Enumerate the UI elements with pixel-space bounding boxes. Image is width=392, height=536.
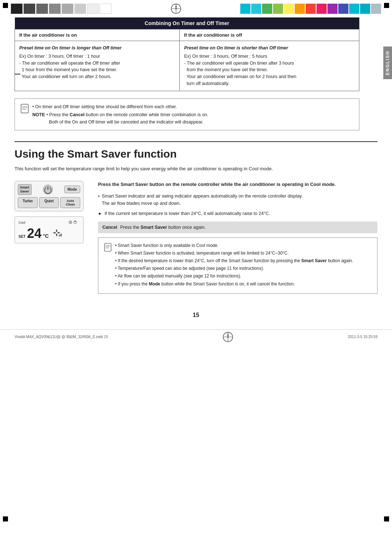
svg-marker-4 [175,5,177,8]
col1-example: Ex) On timer : 3 hours, Off timer : 1 ho… [19,54,100,59]
display-unit: °C [43,233,49,239]
col2-example: Ex) On timer : 3 hours, Off timer : 5 ho… [184,54,267,59]
color-block-right [349,4,359,14]
dash-mark [15,74,20,74]
turbo-btn: Turbo [18,197,38,208]
note-bullet-2-text: • Press the Cancel button on the remote … [46,111,208,126]
color-block [49,4,61,14]
display-icons [69,220,79,226]
display-panel-image: Cool SET 24 °C [15,216,83,243]
power-button-icon [43,184,53,195]
color-block [62,4,73,14]
color-block-right [262,4,272,14]
footer-right: 2011-3-5 15:25:59 [348,335,377,339]
corner-mark-tr [384,3,389,8]
svg-rect-18 [105,243,111,251]
smart-saver-remote-btn: SmartSaver [18,184,32,195]
color-block [87,4,99,14]
color-block-right [273,4,283,14]
note-box-timer: • On timer and Off timer setting time sh… [15,98,359,130]
smart-saver-content: SmartSaver Mode Turbo Quiet AutoClean [15,181,377,294]
note2-item-6: If you press the Mode button while the S… [115,281,353,288]
col2-bold-title: Preset time on On timer is shorter than … [184,45,355,52]
note2-item-4: Temperature/Fan speed can also be adjust… [115,265,353,272]
page-number-container: 15 [0,312,392,318]
svg-marker-26 [227,333,229,336]
bottom-bar: Vivaldi MAX_AQV09&12U@ @ IB&IM_32450A_E.… [0,329,392,344]
corner-mark-tl [3,3,8,8]
auto-clean-btn: AutoClean [60,197,80,208]
display-row: SET 24 °C [19,227,79,240]
color-block [11,4,23,14]
note2-item-3: If the desired temperature is lower than… [115,257,353,264]
color-block [36,4,48,14]
note-document-icon [21,104,29,114]
col1-header: If the air conditioner is on [15,29,180,41]
col2-content: Preset time on On timer is shorter than … [180,41,359,91]
compass-icon [171,4,181,14]
side-label: ENGLISH [383,46,392,79]
corner-mark-br [384,516,389,521]
color-block-right [251,4,261,14]
svg-rect-17 [61,234,62,236]
quiet-btn: Quiet [39,197,59,208]
display-icons-right [52,228,62,239]
arrow-sym: ► [98,210,102,217]
timer-header-cell: Combining On Timer and Off Timer [15,17,359,29]
timer-table: Combining On Timer and Off Timer If the … [15,17,359,91]
note-label-text: NOTE [32,111,45,126]
smart-saver-title: Using the Smart Saver function [15,148,377,160]
cool-label: Cool [19,221,25,224]
color-block-right [306,4,316,14]
note2-item-5: Air flow can be adjusted manually (see p… [115,273,353,280]
section-divider [15,141,377,142]
cancel-row: Cancel Press the Smart Saver button once… [98,222,377,233]
note-label: • On timer and Off timer setting time sh… [32,103,208,126]
svg-rect-16 [60,234,61,236]
instr-title: Press the Smart Saver button on the remo… [98,181,377,188]
instr-bullet-1: • Smart Saver indicator and air swing in… [98,192,377,207]
note-content: • On timer and Off timer setting time sh… [32,103,208,126]
note-bullet-1: • On timer and Off timer setting time sh… [32,103,208,110]
color-block-right [317,4,327,14]
color-block-right [327,4,338,14]
compass-icon-bottom [223,332,233,342]
remote-illustrations: SmartSaver Mode Turbo Quiet AutoClean [15,181,87,243]
instr-bullet-2-text: If the current set temperature is lower … [105,210,270,217]
col1-text: - The air conditioner will operate the O… [19,61,120,80]
cancel-label: Cancel [102,224,117,231]
display-temp: 24 [27,227,41,240]
color-block-right [295,4,305,14]
cancel-text: Press the Smart Saver button once again. [120,224,206,231]
bullet-sym-1: • [98,193,99,200]
note2-content: Smart Saver function is only available i… [115,242,353,288]
svg-rect-5 [21,104,28,113]
display-top-row: Cool [19,220,79,226]
note-bullet-2: NOTE • Press the Cancel button on the re… [32,111,208,126]
top-bar [0,0,392,17]
color-block [74,4,86,14]
color-block-right [371,4,381,14]
col1-bold-title: Preset time on On timer is longer than O… [19,45,175,52]
color-block-right [240,4,250,14]
note2-item-1: Smart Saver function is only available i… [115,242,353,249]
footer-left: Vivaldi MAX_AQV09&12U@ @ IB&IM_32450A_E.… [15,335,108,339]
svg-rect-15 [59,235,60,236]
corner-mark-bl [3,516,8,521]
color-block-right [338,4,348,14]
color-block [24,4,35,14]
col2-text: - The air conditioner will operate On ti… [184,61,296,86]
timer-header-row: Combining On Timer and Off Timer [15,17,359,29]
main-content: ENGLISH Combining On Timer and Off Timer… [0,17,392,308]
note-box-smart-saver: Smart Saver function is only available i… [98,237,377,294]
timer-subheader-row: If the air conditioner is on If the air … [15,29,359,41]
timer-content-row: Preset time on On timer is longer than O… [15,41,359,91]
color-block [100,4,111,14]
note2-content-wrapper: Smart Saver function is only available i… [115,242,353,289]
set-label: SET [19,235,25,239]
smart-saver-desc: This function will set the temperature r… [15,165,377,172]
remote-control-image: SmartSaver Mode Turbo Quiet AutoClean [15,181,83,211]
svg-point-14 [56,232,58,234]
mode-btn: Mode [64,186,80,193]
instr-bullet-2: ► If the current set temperature is lowe… [98,210,377,217]
